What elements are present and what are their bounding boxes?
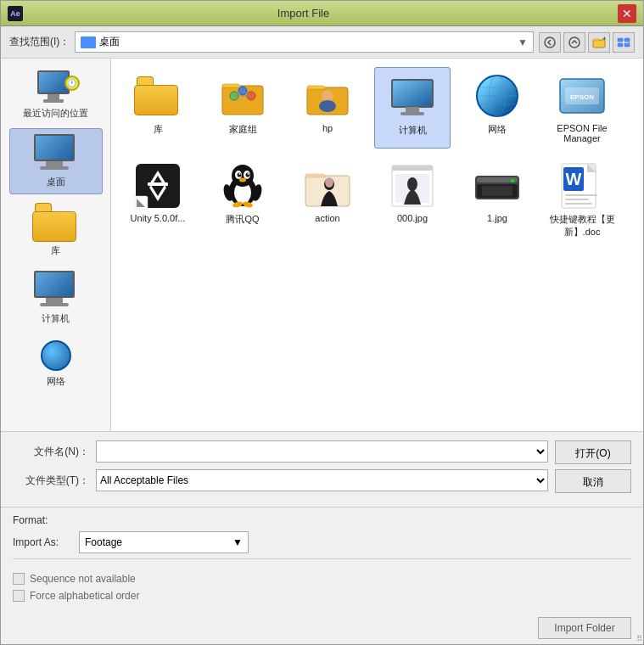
sequence-checkbox-row: Sequence not available [13,573,631,585]
file-item-computer[interactable]: 计算机 [374,67,451,149]
svg-point-38 [232,165,254,187]
action-file-icon [304,162,351,210]
cancel-button[interactable]: 取消 [555,469,631,493]
svg-rect-4 [618,38,623,42]
file-item-action[interactable]: action [289,157,366,244]
action-buttons: 打开(O) 取消 [555,440,631,493]
svg-point-0 [545,37,555,48]
file-label-family: 家庭组 [229,123,257,136]
file-label-1jpg: 1.jpg [487,213,507,223]
file-item-family[interactable]: 家庭组 [204,67,281,149]
svg-point-43 [239,173,241,175]
shortcuts-file-icon: W [558,162,606,210]
alpha-label: Force alphabetical order [30,590,139,602]
file-label-hp: hp [322,123,333,133]
file-item-library[interactable]: 库 [120,67,196,149]
unity-file-icon [134,162,182,210]
svg-point-1 [569,37,580,48]
file-label-library: 库 [154,123,163,136]
alpha-checkbox[interactable] [13,590,25,602]
svg-text:EPSON: EPSON [570,93,594,101]
file-label-qq: 腾讯QQ [226,213,259,226]
bottom-section: 文件名(N)： 文件类型(T)： All Acceptable Files 打开… [1,431,643,507]
title-bar: Ae Import File ✕ [1,1,643,26]
checkboxes-section: Sequence not available Force alphabetica… [1,568,643,612]
file-label-000jpg: 000.jpg [397,213,428,223]
import-folder-row: Import Folder [1,612,643,644]
sequence-checkbox[interactable] [13,573,25,585]
file-item-network[interactable]: 网络 [459,67,535,149]
svg-point-52 [325,177,333,188]
format-section: Format: Import As: Footage ▼ [1,507,643,568]
dropdown-arrow-icon: ▼ [518,36,528,48]
toolbar-label: 查找范围(I)： [9,35,70,49]
import-as-arrow-icon: ▼ [232,536,243,548]
open-button[interactable]: 打开(O) [555,440,631,464]
svg-rect-20 [406,107,419,112]
library-file-icon [134,72,182,120]
1jpg-file-icon [473,162,521,210]
library-sidebar-icon [32,203,80,242]
location-dropdown[interactable]: 桌面 ▼ [75,31,534,53]
svg-point-17 [319,100,336,112]
file-area[interactable]: 库 [111,59,643,431]
back-button[interactable] [539,32,561,53]
filename-label: 文件名(N)： [13,445,89,459]
new-folder-button[interactable]: + [588,32,610,53]
svg-rect-7 [624,43,630,47]
file-item-hp[interactable]: hp [289,67,366,149]
toolbar: 查找范围(I)： 桌面 ▼ + [1,26,643,59]
import-as-select[interactable]: Footage ▼ [79,531,249,553]
sidebar-item-library[interactable]: 库 [9,198,103,262]
window-title: Import File [23,7,584,20]
sidebar-item-network[interactable]: 网络 [9,334,103,393]
ae-icon: Ae [8,6,23,21]
file-item-1jpg[interactable]: 1.jpg [459,157,535,244]
computer-file-icon [389,73,436,121]
svg-point-61 [511,179,514,182]
desktop-icon [81,36,96,48]
file-item-000jpg[interactable]: 000.jpg [374,157,451,244]
svg-rect-5 [624,38,630,42]
file-label-computer: 计算机 [399,124,427,137]
sidebar-item-recent[interactable]: 🕐 最近访问的位置 [9,65,103,125]
filename-input[interactable] [96,440,548,463]
view-button[interactable] [613,32,635,53]
svg-rect-21 [400,112,424,115]
import-folder-button[interactable]: Import Folder [538,617,631,639]
file-item-qq[interactable]: 腾讯QQ [204,157,281,244]
svg-point-56 [407,177,417,191]
svg-text:+: + [602,36,606,42]
000jpg-file-icon [389,162,436,210]
file-label-epson: EPSON File Manager [549,123,615,143]
import-as-label: Import As: [13,536,72,548]
svg-rect-67 [565,194,597,196]
import-as-row: Import As: Footage ▼ [13,531,631,553]
sidebar: 🕐 最近访问的位置 桌面 [1,59,111,431]
toolbar-buttons: + [539,32,635,53]
svg-rect-33 [148,182,168,186]
close-button[interactable]: ✕ [618,4,636,23]
file-label-network: 网络 [488,123,507,136]
file-item-unity[interactable]: Unity 5.0.0f... [120,157,196,244]
file-item-epson[interactable]: EPSON EPSON File Manager [544,67,620,149]
sidebar-item-computer[interactable]: 计算机 [9,266,103,330]
hp-file-icon [304,72,351,120]
epson-file-icon: EPSON [558,72,606,120]
network-sidebar-icon [37,339,75,373]
family-file-icon [219,72,266,120]
sidebar-label-recent: 最近访问的位置 [23,107,88,120]
svg-rect-54 [392,165,433,171]
sidebar-item-desktop[interactable]: 桌面 [9,128,103,194]
svg-rect-19 [394,81,431,105]
sidebar-label-desktop: 桌面 [47,176,65,188]
svg-rect-60 [482,186,512,196]
location-text: 桌面 [99,35,514,49]
svg-rect-68 [565,199,589,200]
svg-text:W: W [566,170,582,188]
resize-corner[interactable]: ⠿ [636,634,642,643]
filetype-select[interactable]: All Acceptable Files [96,469,548,491]
file-item-shortcuts[interactable]: W 快捷键教程【更新】.doc [544,157,620,244]
recent-icon: 🕐 [37,70,75,104]
up-button[interactable] [563,32,585,53]
